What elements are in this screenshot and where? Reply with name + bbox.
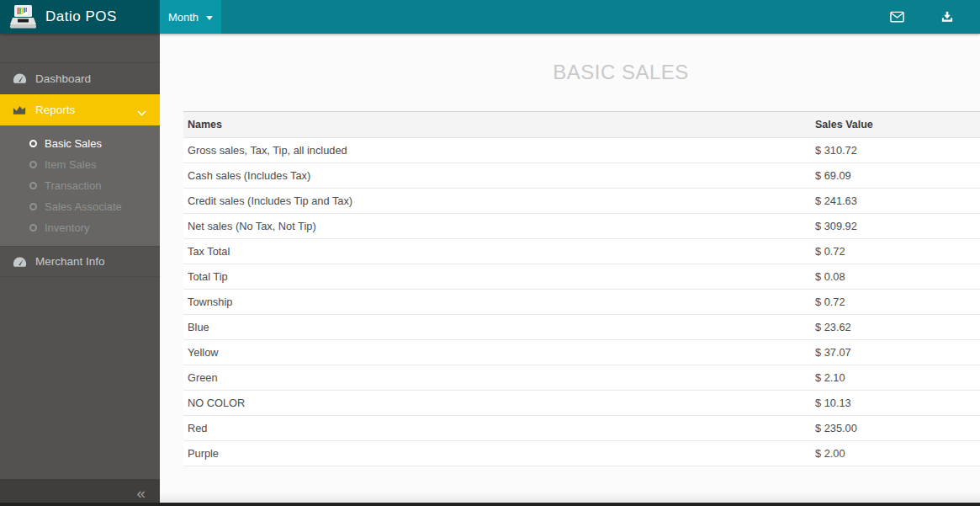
row-value-cell: $ 23.62: [811, 315, 980, 340]
reports-submenu: Basic Sales Item Sales Transaction Sales…: [0, 125, 160, 246]
cash-register-icon: [8, 3, 39, 30]
reports-submenu-item[interactable]: Transaction: [0, 175, 160, 196]
tachometer-icon: [13, 72, 29, 84]
table-row: Total Tip $ 0.08: [183, 264, 980, 290]
table-row: Credit sales (Includes Tip and Tax) $ 24…: [183, 189, 980, 214]
row-name-cell: Red: [183, 416, 811, 441]
header-spacer: [221, 0, 884, 34]
submenu-item-label: Item Sales: [45, 158, 96, 171]
circle-outline-icon: [29, 140, 37, 147]
caret-down-icon: [206, 16, 213, 20]
row-value-cell: $ 310.72: [811, 138, 980, 163]
row-name-cell: Green: [183, 365, 811, 391]
table-row: Cash sales (Includes Tax) $ 69.09: [183, 163, 980, 189]
table-row: NO COLOR $ 10.13: [183, 391, 980, 416]
table-row: Gross sales, Tax, Tip, all included $ 31…: [183, 138, 980, 163]
row-name-cell: Credit sales (Includes Tip and Tax): [183, 189, 811, 214]
brand-home-link[interactable]: Datio POS: [0, 0, 160, 34]
row-name-cell: Total Tip: [183, 264, 811, 290]
column-header-sales-value: Sales Value: [811, 112, 980, 138]
circle-outline-icon: [29, 182, 37, 189]
row-value-cell: $ 241.63: [811, 189, 980, 214]
period-dropdown-label: Month: [168, 11, 199, 24]
row-name-cell: Gross sales, Tax, Tip, all included: [183, 138, 811, 163]
header-actions: [884, 0, 980, 34]
main-content: BASIC SALES Names Sales Value Gross sale…: [160, 34, 980, 506]
sidebar-item-reports[interactable]: Reports: [0, 94, 160, 125]
table-row: Purple $ 2.00: [183, 441, 980, 466]
sidebar-filler: [0, 277, 160, 479]
table-row: Township $ 0.72: [183, 290, 980, 315]
sidebar-item-label: Reports: [35, 104, 75, 116]
top-header: Datio POS Month: [0, 0, 980, 34]
row-value-cell: $ 309.92: [811, 214, 980, 239]
row-name-cell: Blue: [183, 315, 811, 340]
reports-submenu-item[interactable]: Item Sales: [0, 154, 160, 175]
row-name-cell: Purple: [183, 441, 811, 466]
download-icon[interactable]: [935, 0, 960, 34]
table-row: Red $ 235.00: [183, 416, 980, 441]
row-name-cell: Yellow: [183, 340, 811, 365]
row-value-cell: $ 0.08: [811, 264, 980, 290]
reports-submenu-item[interactable]: Basic Sales: [0, 133, 160, 154]
basic-sales-table: Names Sales Value Gross sales, Tax, Tip,…: [183, 111, 980, 466]
submenu-item-label: Inventory: [45, 221, 89, 234]
reports-submenu-item[interactable]: Inventory: [0, 217, 160, 238]
row-name-cell: NO COLOR: [183, 391, 811, 416]
submenu-item-label: Basic Sales: [45, 137, 102, 150]
double-chevron-left-icon: «: [136, 485, 146, 501]
sidebar-item-merchant-info[interactable]: Merchant Info: [0, 246, 160, 277]
row-value-cell: $ 0.72: [811, 290, 980, 315]
bottom-edge-bar: [0, 503, 980, 506]
row-name-cell: Cash sales (Includes Tax): [183, 163, 811, 189]
row-value-cell: $ 10.13: [811, 391, 980, 416]
period-dropdown[interactable]: Month: [160, 0, 221, 34]
sidebar-top-spacer: [0, 34, 160, 63]
sidebar-item-label: Dashboard: [35, 72, 91, 85]
sidebar-item-label: Merchant Info: [35, 255, 105, 268]
sidebar-item-dashboard[interactable]: Dashboard: [0, 63, 160, 94]
reports-submenu-item[interactable]: Sales Associate: [0, 196, 160, 217]
row-value-cell: $ 0.72: [811, 239, 980, 264]
tachometer-icon: [13, 256, 29, 268]
row-value-cell: $ 69.09: [811, 163, 980, 189]
row-value-cell: $ 2.00: [811, 441, 980, 466]
submenu-item-label: Sales Associate: [45, 200, 122, 213]
submenu-item-label: Transaction: [45, 179, 101, 192]
table-row: Green $ 2.10: [183, 365, 980, 391]
circle-outline-icon: [29, 161, 37, 168]
row-name-cell: Tax Total: [183, 239, 811, 264]
row-value-cell: $ 37.07: [811, 340, 980, 365]
sidebar: Dashboard Reports Basic Sales Item Sales: [0, 34, 160, 506]
chevron-down-icon: [137, 106, 146, 119]
row-name-cell: Township: [183, 290, 811, 315]
column-header-names: Names: [183, 112, 811, 138]
row-name-cell: Net sales (No Tax, Not Tip): [183, 214, 811, 239]
page-title: BASIC SALES: [183, 55, 980, 90]
brand-name: Datio POS: [45, 8, 117, 25]
area-chart-icon: [13, 104, 29, 115]
table-row: Tax Total $ 0.72: [183, 239, 980, 264]
circle-outline-icon: [29, 203, 37, 210]
row-value-cell: $ 2.10: [811, 365, 980, 391]
circle-outline-icon: [29, 224, 37, 232]
table-row: Yellow $ 37.07: [183, 340, 980, 365]
envelope-icon[interactable]: [884, 0, 909, 34]
table-header-row: Names Sales Value: [183, 112, 980, 138]
table-row: Net sales (No Tax, Not Tip) $ 309.92: [183, 214, 980, 239]
row-value-cell: $ 235.00: [811, 416, 980, 441]
table-row: Blue $ 23.62: [183, 315, 980, 340]
report-container: BASIC SALES Names Sales Value Gross sale…: [183, 55, 980, 466]
